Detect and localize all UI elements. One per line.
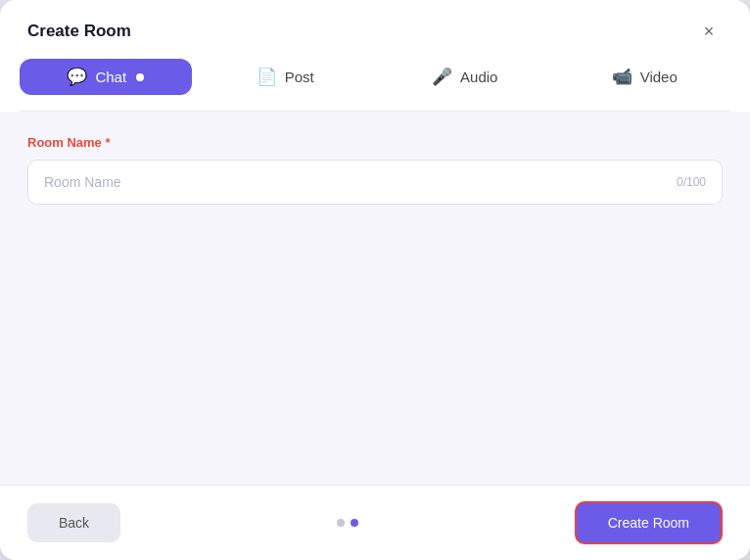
tab-video[interactable]: 📹 Video bbox=[559, 59, 731, 95]
tab-post-label: Post bbox=[285, 69, 314, 85]
room-name-label: Room Name * bbox=[27, 135, 723, 150]
tab-audio-label: Audio bbox=[460, 69, 497, 85]
tab-chat[interactable]: 💬 Chat bbox=[20, 59, 192, 95]
modal-header: Create Room × bbox=[0, 0, 750, 59]
close-button[interactable]: × bbox=[695, 18, 723, 45]
tab-bar: 💬 Chat 📄 Post 🎤 Audio 📹 Video bbox=[0, 59, 750, 111]
chat-icon: 💬 bbox=[67, 69, 87, 85]
room-name-field-wrapper: 0/100 bbox=[27, 160, 723, 205]
tab-audio[interactable]: 🎤 Audio bbox=[379, 59, 551, 95]
tab-video-label: Video bbox=[640, 69, 678, 85]
dot-2 bbox=[351, 519, 358, 527]
dot-1 bbox=[337, 519, 345, 527]
modal-footer: Back Create Room bbox=[0, 485, 750, 560]
room-name-input[interactable] bbox=[44, 174, 669, 190]
content-area: Room Name * 0/100 bbox=[0, 112, 750, 485]
create-room-button[interactable]: Create Room bbox=[575, 501, 723, 544]
post-icon: 📄 bbox=[257, 69, 277, 85]
create-room-modal: Create Room × 💬 Chat 📄 Post 🎤 Audio 📹 Vi… bbox=[0, 0, 750, 560]
back-button[interactable]: Back bbox=[27, 503, 120, 542]
video-icon: 📹 bbox=[612, 69, 633, 85]
required-marker: * bbox=[102, 135, 111, 150]
audio-icon: 🎤 bbox=[432, 69, 452, 85]
tab-post[interactable]: 📄 Post bbox=[200, 59, 372, 95]
tab-chat-radio bbox=[136, 73, 144, 81]
tab-chat-label: Chat bbox=[95, 69, 126, 85]
char-count: 0/100 bbox=[677, 175, 706, 189]
pagination-dots bbox=[337, 519, 358, 527]
modal-title: Create Room bbox=[27, 22, 131, 41]
